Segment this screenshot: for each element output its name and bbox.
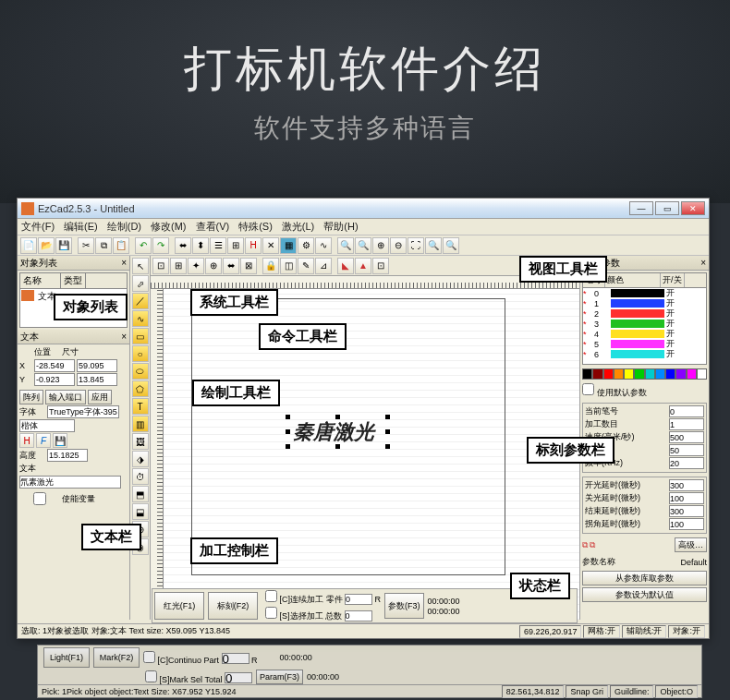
continuous-checkbox-en[interactable]	[143, 651, 155, 663]
pen-row[interactable]: *2开	[583, 308, 706, 319]
ellipse-icon[interactable]: ⬭	[132, 363, 149, 380]
tool-icon[interactable]: ☰	[210, 237, 226, 254]
continuous-checkbox[interactable]	[265, 590, 277, 602]
hatch-icon[interactable]: H	[245, 237, 262, 254]
ioport-button[interactable]: 输入端口	[45, 390, 86, 404]
cmd-icon[interactable]: ✦	[188, 258, 204, 274]
zoom-icon[interactable]: 🔍	[443, 237, 459, 254]
hatch-icon[interactable]: H	[19, 433, 34, 448]
vector-icon[interactable]: ⬗	[132, 451, 149, 467]
off-delay-input[interactable]	[669, 492, 704, 504]
menu-view[interactable]: 查看(V)	[196, 220, 230, 234]
color-strip[interactable]	[582, 368, 707, 380]
cmd-icon[interactable]: ⊡	[152, 258, 169, 274]
status-guide[interactable]: 辅助线:开	[622, 625, 667, 638]
link-icon[interactable]: ⧉	[582, 540, 588, 550]
timer-icon[interactable]: ⏱	[132, 468, 149, 485]
zoom-out-icon[interactable]: ⊖	[390, 237, 407, 254]
corner-delay-input[interactable]	[669, 518, 704, 530]
menu-special[interactable]: 特殊(S)	[238, 220, 273, 234]
lock-icon[interactable]: 🔒	[262, 258, 279, 274]
cmd-icon[interactable]: ◣	[337, 258, 354, 274]
zoom-in-icon[interactable]: ⊕	[372, 237, 389, 254]
cur-pen-input[interactable]	[669, 405, 704, 417]
curve-icon[interactable]: ∿	[132, 310, 149, 327]
cmd-icon[interactable]: ⊿	[315, 258, 332, 274]
line-icon[interactable]: ／	[132, 293, 149, 309]
maximize-button[interactable]: ▭	[655, 201, 679, 215]
zoom-icon[interactable]: 🔍	[355, 237, 371, 254]
pen-row[interactable]: *3开	[583, 319, 706, 329]
image-icon[interactable]: 🖼	[132, 433, 149, 450]
pen-row[interactable]: *0开	[583, 288, 706, 298]
barcode-icon[interactable]: ▥	[132, 416, 149, 432]
canvas-text-object[interactable]: 秦唐激光	[293, 418, 374, 446]
cmd-icon[interactable]: ⊞	[170, 258, 187, 274]
node-icon[interactable]: ⬀	[132, 275, 149, 292]
undo-icon[interactable]: ↶	[135, 237, 152, 254]
font-face-select[interactable]	[19, 419, 75, 432]
apply-button[interactable]: 应用	[88, 390, 112, 404]
speed-input[interactable]	[669, 431, 704, 443]
size-w-input[interactable]	[77, 359, 117, 372]
circle-icon[interactable]: ○	[132, 345, 149, 362]
cmd-icon[interactable]: ✎	[298, 258, 314, 274]
pen-row[interactable]: *1开	[583, 298, 706, 308]
tool-icon[interactable]: ⬌	[175, 237, 191, 254]
output-icon[interactable]: ⬓	[132, 503, 149, 520]
total-input[interactable]	[345, 610, 372, 622]
cmd-icon[interactable]: ⊠	[240, 258, 257, 274]
canvas[interactable]: 秦唐激光	[164, 289, 579, 620]
font-select[interactable]	[47, 405, 119, 418]
cmd-icon[interactable]: ◫	[280, 258, 297, 274]
copy-icon[interactable]: ⧉	[95, 237, 112, 254]
tool-icon[interactable]: ✕	[262, 237, 279, 254]
light-button[interactable]: 红光(F1)	[154, 592, 204, 620]
tool-icon[interactable]: ⬍	[192, 237, 209, 254]
tool-icon[interactable]: ⚙	[298, 237, 314, 254]
status-obj[interactable]: 对象:开	[668, 625, 705, 638]
link-icon[interactable]: ⧉	[590, 540, 595, 550]
rect-icon[interactable]: ▭	[132, 328, 149, 344]
pen-table[interactable]: 笔号颜色开/关 *0开*1开*2开*3开*4开*5开*6开	[582, 272, 707, 365]
menu-modify[interactable]: 修改(M)	[151, 220, 187, 234]
cmd-icon[interactable]: ▲	[355, 258, 371, 274]
param-button-en[interactable]: Param(F3)	[256, 670, 303, 684]
light-button-en[interactable]: Light(F1)	[43, 647, 90, 668]
pos-y-input[interactable]	[34, 373, 75, 386]
pen-row[interactable]: *4开	[583, 329, 706, 339]
freq-input[interactable]	[669, 457, 704, 469]
zoom-icon[interactable]: 🔍	[337, 237, 354, 254]
minimize-button[interactable]: —	[629, 201, 653, 215]
mark-button-en[interactable]: Mark(F2)	[93, 647, 140, 668]
on-delay-input[interactable]	[669, 479, 704, 491]
open-icon[interactable]: 📂	[38, 237, 55, 254]
enable-var-checkbox[interactable]	[19, 492, 60, 505]
size-h-input[interactable]	[77, 373, 117, 386]
panel-close-icon[interactable]: ×	[121, 258, 127, 268]
input-icon[interactable]: ⬒	[132, 486, 149, 502]
part-input[interactable]	[345, 594, 372, 605]
redo-icon[interactable]: ↷	[152, 237, 169, 254]
tool-icon[interactable]: ⊞	[227, 237, 244, 254]
tool-icon[interactable]: ∿	[315, 237, 332, 254]
select-icon[interactable]: ↖	[132, 258, 149, 274]
array-button[interactable]: 阵列	[19, 390, 43, 404]
menu-draw[interactable]: 绘制(D)	[107, 220, 141, 234]
total-input-en[interactable]	[225, 672, 252, 683]
panel-close-icon[interactable]: ×	[700, 258, 706, 268]
marksel-checkbox-en[interactable]	[145, 670, 157, 682]
cut-icon[interactable]: ✂	[78, 237, 94, 254]
tool-icon[interactable]: ▦	[280, 237, 297, 254]
menu-laser[interactable]: 激光(L)	[282, 220, 314, 234]
save-icon[interactable]: 💾	[55, 237, 72, 254]
status-grid[interactable]: 网格:开	[583, 625, 620, 638]
cmd-icon[interactable]: ⊕	[205, 258, 222, 274]
from-lib-button[interactable]: 从参数库取参数	[582, 571, 707, 585]
part-input-en[interactable]	[222, 653, 249, 664]
text-icon[interactable]: T	[132, 398, 149, 415]
close-button[interactable]: ✕	[681, 201, 705, 215]
pen-row[interactable]: *6开	[583, 349, 706, 359]
zoom-icon[interactable]: 🔍	[425, 237, 442, 254]
count-input[interactable]	[669, 418, 704, 430]
